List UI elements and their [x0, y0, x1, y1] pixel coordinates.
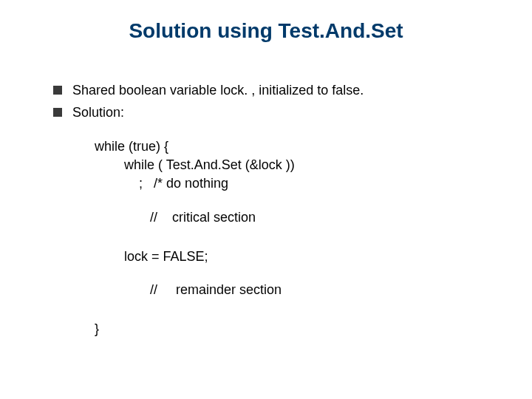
code-line: while (true) { [95, 137, 295, 156]
list-item: Shared boolean variable lock. , initiali… [53, 81, 497, 99]
bullet-text: Shared boolean variable lock. , initiali… [72, 81, 364, 99]
code-line: ; /* do nothing [95, 174, 295, 193]
code-block: while (true) { while ( Test.And.Set (&lo… [95, 137, 295, 338]
code-line: while ( Test.And.Set (&lock )) [95, 156, 295, 174]
square-bullet-icon [53, 86, 62, 95]
code-line: } [95, 320, 295, 338]
code-line: lock = FALSE; [95, 248, 295, 266]
slide-title: Solution using Test.And.Set [0, 19, 532, 43]
code-line: // remainder section [95, 281, 295, 299]
bullet-text: Solution: [72, 103, 124, 121]
square-bullet-icon [53, 108, 62, 117]
slide: Solution using Test.And.Set Shared boole… [0, 0, 532, 399]
list-item: Solution: [53, 103, 497, 121]
bullet-list: Shared boolean variable lock. , initiali… [53, 81, 497, 126]
code-line: // critical section [95, 208, 295, 227]
